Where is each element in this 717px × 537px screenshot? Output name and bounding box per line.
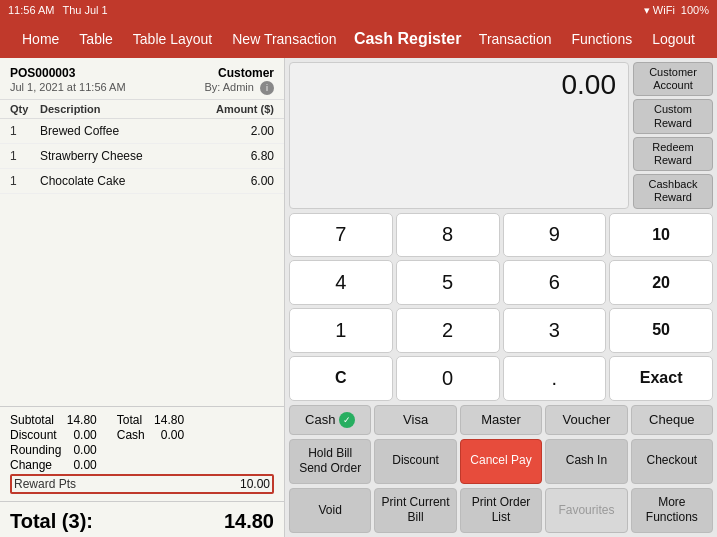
nav-table[interactable]: Table xyxy=(69,20,122,58)
print-current-bill-button[interactable]: Print Current Bill xyxy=(374,488,456,533)
item-name: Chocolate Cake xyxy=(40,174,251,188)
item-amount: 6.80 xyxy=(251,149,274,163)
print-order-list-button[interactable]: Print Order List xyxy=(460,488,542,533)
subtotal-value: 14.80 xyxy=(67,413,97,427)
change-value: 0.00 xyxy=(73,458,96,472)
reward-pts-row: Reward Pts 10.00 xyxy=(10,474,274,494)
num-9[interactable]: 9 xyxy=(503,213,607,258)
order-date: Jul 1, 2021 at 11:56 AM xyxy=(10,81,126,95)
subtotal-label: Subtotal xyxy=(10,413,54,427)
nav-bar: Home Table Table Layout New Transaction … xyxy=(0,20,717,58)
status-day: Thu Jul 1 xyxy=(62,4,107,16)
pay-cash[interactable]: Cash ✓ xyxy=(289,405,371,435)
item-qty: 1 xyxy=(10,174,40,188)
total-value: 14.80 xyxy=(154,413,184,427)
order-header: POS000003 Customer Jul 1, 2021 at 11:56 … xyxy=(0,58,284,100)
num-clear[interactable]: C xyxy=(289,356,393,401)
cashback-reward-button[interactable]: Cashback Reward xyxy=(633,174,713,208)
nav-logout[interactable]: Logout xyxy=(642,20,705,58)
void-button[interactable]: Void xyxy=(289,488,371,533)
item-qty: 1 xyxy=(10,149,40,163)
pay-master[interactable]: Master xyxy=(460,405,542,435)
num-4[interactable]: 4 xyxy=(289,260,393,305)
col-qty: Qty xyxy=(10,103,40,115)
col-amount: Amount ($) xyxy=(216,103,274,115)
reward-label: Reward Pts xyxy=(14,477,76,491)
num-50[interactable]: 50 xyxy=(609,308,713,353)
right-actions: Customer Account Custom Reward Redeem Re… xyxy=(633,62,713,209)
item-qty: 1 xyxy=(10,124,40,138)
battery-icon: 100% xyxy=(681,4,709,17)
pay-cheque[interactable]: Cheque xyxy=(631,405,713,435)
payment-methods: Cash ✓ Visa Master Voucher Cheque xyxy=(285,403,717,437)
info-icon[interactable]: i xyxy=(260,81,274,95)
favourites-button[interactable]: Favourites xyxy=(545,488,627,533)
rounding-label: Rounding xyxy=(10,443,61,457)
num-decimal[interactable]: . xyxy=(503,356,607,401)
display-screen: 0.00 xyxy=(289,62,629,209)
custom-reward-button[interactable]: Custom Reward xyxy=(633,99,713,133)
status-time: 11:56 AM xyxy=(8,4,54,16)
rounding-value: 0.00 xyxy=(73,443,96,457)
grand-total-label: Total (3): xyxy=(10,510,93,533)
order-item[interactable]: 1 Strawberry Cheese 6.80 xyxy=(0,144,284,169)
action-row-1: Hold Bill Send Order Discount Cancel Pay… xyxy=(285,437,717,486)
left-panel: POS000003 Customer Jul 1, 2021 at 11:56 … xyxy=(0,58,285,537)
nav-transaction[interactable]: Transaction xyxy=(469,20,562,58)
cash-selected-icon: ✓ xyxy=(339,412,355,428)
customer-value: By: Admin i xyxy=(204,81,274,95)
num-2[interactable]: 2 xyxy=(396,308,500,353)
nav-new-transaction[interactable]: New Transaction xyxy=(222,20,346,58)
column-headers: Qty Description Amount ($) xyxy=(0,100,284,119)
num-6[interactable]: 6 xyxy=(503,260,607,305)
nav-functions[interactable]: Functions xyxy=(561,20,642,58)
order-summary: Subtotal 14.80 Discount 0.00 Rounding 0.… xyxy=(0,406,284,501)
numpad: 7 8 9 10 4 5 6 20 1 2 3 50 C 0 . Exact xyxy=(285,211,717,403)
display-row: 0.00 Customer Account Custom Reward Rede… xyxy=(285,58,717,211)
cash-label: Cash xyxy=(117,428,145,442)
change-label: Change xyxy=(10,458,52,472)
grand-total-value: 14.80 xyxy=(224,510,274,533)
order-item[interactable]: 1 Chocolate Cake 6.00 xyxy=(0,169,284,194)
num-exact[interactable]: Exact xyxy=(609,356,713,401)
reward-value: 10.00 xyxy=(240,477,270,491)
more-functions-button[interactable]: More Functions xyxy=(631,488,713,533)
order-items-list: 1 Brewed Coffee 2.00 1 Strawberry Cheese… xyxy=(0,119,284,406)
num-8[interactable]: 8 xyxy=(396,213,500,258)
num-0[interactable]: 0 xyxy=(396,356,500,401)
right-panel: 0.00 Customer Account Custom Reward Rede… xyxy=(285,58,717,537)
pos-number: POS000003 xyxy=(10,66,75,80)
item-amount: 6.00 xyxy=(251,174,274,188)
redeem-reward-button[interactable]: Redeem Reward xyxy=(633,137,713,171)
num-3[interactable]: 3 xyxy=(503,308,607,353)
item-amount: 2.00 xyxy=(251,124,274,138)
num-1[interactable]: 1 xyxy=(289,308,393,353)
item-name: Brewed Coffee xyxy=(40,124,251,138)
col-desc: Description xyxy=(40,103,216,115)
discount-value: 0.00 xyxy=(73,428,96,442)
nav-table-layout[interactable]: Table Layout xyxy=(123,20,222,58)
hold-bill-button[interactable]: Hold Bill Send Order xyxy=(289,439,371,484)
num-10[interactable]: 10 xyxy=(609,213,713,258)
nav-home[interactable]: Home xyxy=(12,20,69,58)
wifi-icon: ▾ WiFi xyxy=(644,4,675,17)
num-5[interactable]: 5 xyxy=(396,260,500,305)
cancel-pay-button[interactable]: Cancel Pay xyxy=(460,439,542,484)
customer-label: Customer xyxy=(218,66,274,80)
total-label: Total xyxy=(117,413,142,427)
order-item[interactable]: 1 Brewed Coffee 2.00 xyxy=(0,119,284,144)
pay-voucher[interactable]: Voucher xyxy=(545,405,627,435)
discount-button[interactable]: Discount xyxy=(374,439,456,484)
main-layout: POS000003 Customer Jul 1, 2021 at 11:56 … xyxy=(0,58,717,537)
item-name: Strawberry Cheese xyxy=(40,149,251,163)
customer-account-button[interactable]: Customer Account xyxy=(633,62,713,96)
num-20[interactable]: 20 xyxy=(609,260,713,305)
discount-label: Discount xyxy=(10,428,57,442)
cash-in-button[interactable]: Cash In xyxy=(545,439,627,484)
pay-visa[interactable]: Visa xyxy=(374,405,456,435)
cash-value: 0.00 xyxy=(161,428,184,442)
nav-title: Cash Register xyxy=(347,30,469,48)
status-bar: 11:56 AM Thu Jul 1 ▾ WiFi 100% xyxy=(0,0,717,20)
num-7[interactable]: 7 xyxy=(289,213,393,258)
checkout-button[interactable]: Checkout xyxy=(631,439,713,484)
